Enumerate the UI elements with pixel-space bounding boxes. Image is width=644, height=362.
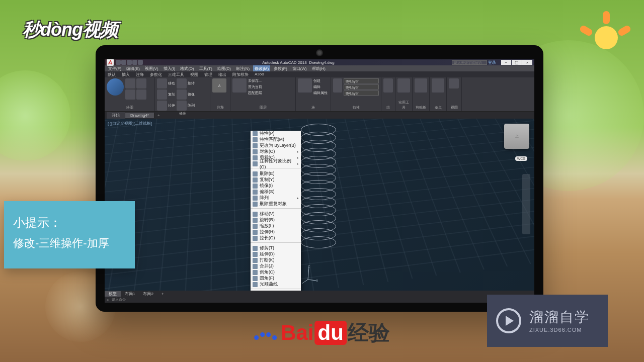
menu-item[interactable]: 移动(V) (251, 211, 301, 217)
viewport-label[interactable]: [-][自定义视图][二维线框] (108, 121, 152, 126)
layout2-tab[interactable]: 布局2 (139, 291, 157, 297)
rect-tool-icon[interactable] (136, 89, 146, 100)
minimize-button[interactable]: − (501, 60, 511, 65)
menu-item[interactable]: 光顺曲线 (251, 282, 301, 288)
tab-addins[interactable]: 附加模块 (229, 71, 252, 77)
menu-item[interactable]: 旋转(R) (251, 217, 301, 223)
search-input[interactable] (452, 60, 487, 65)
menu-item[interactable]: 延伸(D) (251, 251, 301, 257)
menu-help[interactable]: 帮助(H) (310, 65, 327, 71)
modify-btn[interactable] (177, 89, 187, 100)
menu-parametric[interactable]: 参数(P) (272, 65, 289, 71)
block-insert-icon[interactable] (298, 78, 312, 93)
login-link[interactable]: 登录 (488, 60, 496, 65)
tab-default[interactable]: 默认 (105, 71, 119, 77)
menu-view[interactable]: 视图(V) (143, 65, 160, 71)
linetype-dropdown[interactable]: ByLayer (344, 84, 379, 89)
ribbon-group-label: 绘图 (107, 105, 152, 110)
maximize-button[interactable]: ▢ (512, 60, 522, 65)
modify-btn[interactable] (177, 101, 187, 111)
arc-tool-icon[interactable] (125, 89, 135, 100)
file-tab-drawing[interactable]: Drawing4* (125, 113, 154, 118)
drawing-canvas[interactable]: [-][自定义视图][二维线框] 上 WCS x z 特性(P)特性匹配(M)更… (105, 119, 534, 291)
menu-insert[interactable]: 插入(I) (162, 65, 177, 71)
modify-btn[interactable] (157, 78, 167, 88)
lineweight-dropdown[interactable]: ByLayer (344, 90, 379, 96)
menu-item[interactable]: 偏移(S) (251, 189, 301, 195)
menu-file[interactable]: 文件(F) (107, 65, 123, 71)
wcs-badge[interactable]: WCS (515, 156, 527, 161)
menu-edit[interactable]: 编辑(E) (125, 65, 141, 71)
menu-item-label: 倒角(C) (260, 269, 299, 276)
menu-item-icon (253, 149, 258, 154)
modify-btn[interactable] (177, 78, 187, 88)
navigation-bar[interactable] (522, 174, 530, 234)
menu-item[interactable]: 删除(E) (251, 171, 301, 177)
menu-item[interactable]: 特性匹配(M) (251, 137, 301, 143)
menu-modify[interactable]: 修改(M) (253, 65, 270, 71)
menu-item[interactable]: 打断(K) (251, 257, 301, 263)
viewcube[interactable]: 上 (504, 124, 529, 149)
menu-dimension[interactable]: 标注(N) (234, 65, 251, 71)
menu-item[interactable]: 合并(J) (251, 263, 301, 269)
polyline-tool-icon[interactable] (136, 78, 146, 88)
line-tool-icon[interactable] (125, 78, 135, 88)
menu-item-icon (253, 137, 258, 142)
menu-window[interactable]: 窗口(W) (291, 65, 308, 71)
menu-item[interactable]: 圆角(F) (251, 276, 301, 282)
menu-item[interactable]: 拉伸(H) (251, 229, 301, 235)
qat-button[interactable] (116, 60, 121, 65)
menu-tools[interactable]: 工具(T) (198, 65, 214, 71)
ucs-icon: x z (301, 264, 321, 285)
menu-item-icon (253, 264, 258, 269)
basepoint-icon[interactable] (432, 78, 444, 93)
measure-icon[interactable] (397, 78, 410, 93)
layer-prop-icon[interactable] (232, 78, 247, 93)
tab-3dtools[interactable]: 三维工具 (165, 71, 187, 77)
tab-parametric[interactable]: 参数化 (147, 71, 165, 77)
add-layout-tab[interactable]: + (157, 292, 168, 296)
menu-item[interactable]: 缩放(L) (251, 223, 301, 229)
menu-item[interactable]: 注释性对象比例(O)▸ (251, 161, 301, 167)
menu-item[interactable]: 复制(Y) (251, 177, 301, 183)
menu-item[interactable]: 修剪(T) (251, 245, 301, 251)
tab-insert[interactable]: 插入 (119, 71, 133, 77)
menu-item[interactable]: 更改为 ByLayer(B) (251, 143, 301, 149)
tab-view[interactable]: 视图 (187, 71, 201, 77)
tab-output[interactable]: 输出 (215, 71, 229, 77)
menu-draw[interactable]: 绘图(D) (216, 65, 232, 71)
new-tab-button[interactable]: + (154, 113, 163, 118)
promo-url: ZIXUE.3D66.COM (529, 326, 590, 333)
menu-item[interactable]: 删除重复对象 (251, 201, 301, 207)
color-dropdown[interactable]: ByLayer (344, 78, 379, 83)
qat-button[interactable] (127, 60, 132, 65)
qat-button[interactable] (138, 60, 143, 65)
text-tool-icon[interactable]: A (212, 78, 226, 93)
modify-btn[interactable] (157, 101, 167, 111)
view-group-icon[interactable] (449, 78, 459, 88)
model-tab[interactable]: 模型 (105, 291, 121, 297)
command-line[interactable]: 键入命令 (109, 297, 497, 302)
qat-button[interactable] (121, 60, 126, 65)
layout1-tab[interactable]: 布局1 (121, 291, 139, 297)
menu-item-label: 阵列 (260, 195, 295, 201)
menu-item[interactable]: 拉长(G) (251, 235, 301, 241)
qat-button[interactable] (132, 60, 137, 65)
menu-item[interactable]: 对象(O)▸ (251, 149, 301, 155)
menu-item[interactable]: 阵列▸ (251, 195, 301, 201)
tab-manage[interactable]: 管理 (201, 71, 215, 77)
paste-icon[interactable] (415, 78, 427, 93)
modify-btn[interactable] (157, 89, 167, 100)
menu-item[interactable]: 特性(P) (251, 131, 301, 137)
menu-format[interactable]: 格式(O) (179, 65, 196, 71)
properties-icon[interactable] (333, 78, 342, 93)
circle-tool-icon[interactable] (107, 78, 124, 96)
menu-item-label: 移动(V) (260, 211, 299, 217)
group-icon[interactable] (383, 78, 393, 93)
file-tab-start[interactable]: 开始 (107, 112, 125, 119)
menu-item[interactable]: 镜像(I) (251, 183, 301, 189)
tab-annotate[interactable]: 注释 (133, 71, 147, 77)
tab-a360[interactable]: A360 (252, 71, 267, 77)
menu-item[interactable]: 倒角(C) (251, 269, 301, 276)
close-button[interactable]: × (522, 60, 532, 65)
